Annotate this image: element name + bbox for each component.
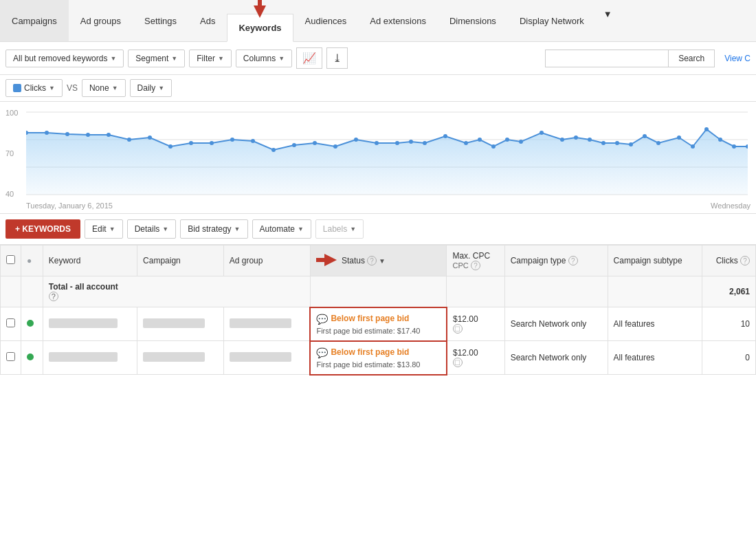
row2-adgroup-blurred bbox=[230, 352, 291, 362]
total-campaign-subtype-cell bbox=[608, 276, 702, 307]
svg-point-10 bbox=[86, 133, 90, 137]
automate-caret-icon: ▼ bbox=[298, 226, 304, 232]
none-metric-btn[interactable]: None ▼ bbox=[82, 79, 126, 97]
search-input[interactable] bbox=[545, 50, 669, 67]
th-campaign-type: Campaign type ? bbox=[504, 246, 608, 276]
chart-y-labels: 100 70 40 bbox=[5, 109, 18, 198]
clicks-color-indicator bbox=[13, 84, 21, 92]
tab-displaynetwork[interactable]: Display Network bbox=[508, 0, 596, 41]
filter-dropdown[interactable]: Filter ▼ bbox=[189, 50, 232, 67]
clicks-caret-icon: ▼ bbox=[49, 85, 55, 91]
row1-campaign-cell bbox=[137, 307, 224, 341]
daily-caret-icon: ▼ bbox=[158, 85, 164, 91]
total-label-cell: Total - all account ? bbox=[43, 276, 310, 307]
select-all-checkbox[interactable] bbox=[6, 255, 15, 264]
row2-status-dot bbox=[27, 353, 34, 360]
daily-btn[interactable]: Daily ▼ bbox=[130, 79, 173, 97]
status-sort-icon[interactable]: ▼ bbox=[379, 257, 386, 265]
row2-adgroup-cell bbox=[223, 341, 310, 375]
edit-dropdown[interactable]: Edit ▼ bbox=[85, 219, 123, 239]
row1-adgroup-blurred bbox=[230, 318, 291, 328]
row1-status-content: 💬 Below first page bid First page bid es… bbox=[316, 314, 441, 335]
status-arrow-annotation bbox=[316, 254, 337, 268]
row1-keyword-blurred bbox=[49, 318, 118, 328]
filter-caret-icon: ▼ bbox=[110, 55, 116, 62]
row1-status-cell: 💬 Below first page bid First page bid es… bbox=[310, 307, 447, 341]
row2-campaign-type-cell: Search Network only bbox=[504, 341, 608, 375]
svg-point-36 bbox=[574, 135, 578, 140]
filter-keywords-dropdown[interactable]: All but removed keywords ▼ bbox=[5, 50, 124, 67]
add-keywords-btn[interactable]: + KEYWORDS bbox=[5, 219, 80, 239]
row2-checkbox[interactable] bbox=[6, 352, 15, 361]
tab-keywords[interactable]: Keywords bbox=[227, 14, 293, 42]
campaign-type-help-icon[interactable]: ? bbox=[568, 256, 578, 265]
row2-campaign-subtype-cell: All features bbox=[608, 341, 702, 375]
labels-dropdown[interactable]: Labels ▼ bbox=[315, 219, 364, 239]
row2-status-icon: 💬 bbox=[316, 347, 328, 358]
svg-point-17 bbox=[230, 138, 234, 142]
filter-btn-caret-icon: ▼ bbox=[218, 55, 224, 62]
total-campaign-type-cell bbox=[504, 276, 608, 307]
svg-point-35 bbox=[560, 138, 564, 142]
total-checkbox-cell bbox=[1, 276, 21, 307]
status-help-icon[interactable]: ? bbox=[367, 256, 377, 265]
svg-point-32 bbox=[505, 138, 509, 142]
th-status: Status ? ▼ bbox=[310, 246, 447, 276]
row1-campaign-type-cell: Search Network only bbox=[504, 307, 608, 341]
svg-point-8 bbox=[45, 131, 49, 135]
search-button[interactable]: Search bbox=[669, 50, 715, 67]
svg-point-41 bbox=[643, 134, 647, 138]
tab-audiences[interactable]: Audiences bbox=[293, 0, 359, 41]
svg-point-13 bbox=[148, 135, 152, 140]
th-keyword: Keyword bbox=[43, 246, 137, 276]
th-status-dot: ● bbox=[21, 246, 43, 276]
svg-point-20 bbox=[292, 143, 296, 147]
row1-checkbox[interactable] bbox=[6, 318, 15, 327]
row1-status-dot bbox=[27, 320, 34, 327]
details-dropdown[interactable]: Details ▼ bbox=[127, 219, 177, 239]
nav-more-btn[interactable]: ▼ bbox=[596, 0, 620, 41]
clicks-help-icon[interactable]: ? bbox=[740, 256, 750, 265]
svg-point-15 bbox=[189, 141, 193, 145]
automate-dropdown[interactable]: Automate ▼ bbox=[252, 219, 311, 239]
chart-toggle-btn[interactable]: 📈 bbox=[296, 47, 322, 69]
segment-dropdown[interactable]: Segment ▼ bbox=[128, 50, 185, 67]
row1-status-text: Below first page bid bbox=[331, 314, 409, 323]
tab-ads[interactable]: Ads bbox=[188, 0, 227, 41]
svg-point-47 bbox=[732, 144, 736, 149]
row2-clicks-cell: 0 bbox=[702, 341, 756, 375]
labels-caret-icon: ▼ bbox=[350, 226, 356, 232]
chart-svg bbox=[26, 109, 751, 200]
svg-point-44 bbox=[691, 144, 695, 149]
chart-area: 100 70 40 bbox=[0, 102, 756, 214]
row2-cpc-help-icon[interactable]: ☐ bbox=[453, 358, 463, 367]
clicks-metric-btn[interactable]: Clicks ▼ bbox=[5, 79, 63, 97]
none-caret-icon: ▼ bbox=[112, 85, 118, 91]
svg-point-9 bbox=[65, 132, 69, 136]
toolbar-row1: All but removed keywords ▼ Segment ▼ Fil… bbox=[0, 42, 756, 75]
action-toolbar: + KEYWORDS Edit ▼ Details ▼ Bid strategy… bbox=[0, 214, 756, 245]
details-caret-icon: ▼ bbox=[162, 226, 168, 232]
svg-point-40 bbox=[629, 142, 633, 146]
th-campaign: Campaign bbox=[137, 246, 224, 276]
view-c-link[interactable]: View C bbox=[724, 54, 751, 63]
download-btn[interactable]: ⤓ bbox=[326, 47, 348, 69]
total-help-icon[interactable]: ? bbox=[49, 292, 58, 301]
svg-point-43 bbox=[677, 135, 681, 140]
max-cpc-help-icon[interactable]: ? bbox=[471, 261, 480, 270]
svg-point-16 bbox=[210, 141, 214, 145]
tab-adextensions[interactable]: Ad extensions bbox=[358, 0, 438, 41]
svg-point-28 bbox=[443, 134, 447, 138]
tab-settings[interactable]: Settings bbox=[133, 0, 188, 41]
th-adgroup: Ad group bbox=[223, 246, 310, 276]
segment-caret-icon: ▼ bbox=[171, 55, 177, 62]
columns-dropdown[interactable]: Columns ▼ bbox=[236, 50, 292, 67]
total-clicks-cell: 2,061 bbox=[702, 276, 756, 307]
tab-campaigns[interactable]: Campaigns bbox=[0, 0, 69, 41]
tab-adgroups[interactable]: Ad groups bbox=[69, 0, 133, 41]
tab-dimensions[interactable]: Dimensions bbox=[438, 0, 508, 41]
table-total-row: Total - all account ? 2,061 bbox=[1, 276, 756, 307]
bid-strategy-dropdown[interactable]: Bid strategy ▼ bbox=[180, 219, 247, 239]
svg-point-24 bbox=[375, 141, 379, 145]
row1-cpc-help-icon[interactable]: ☐ bbox=[453, 324, 463, 334]
